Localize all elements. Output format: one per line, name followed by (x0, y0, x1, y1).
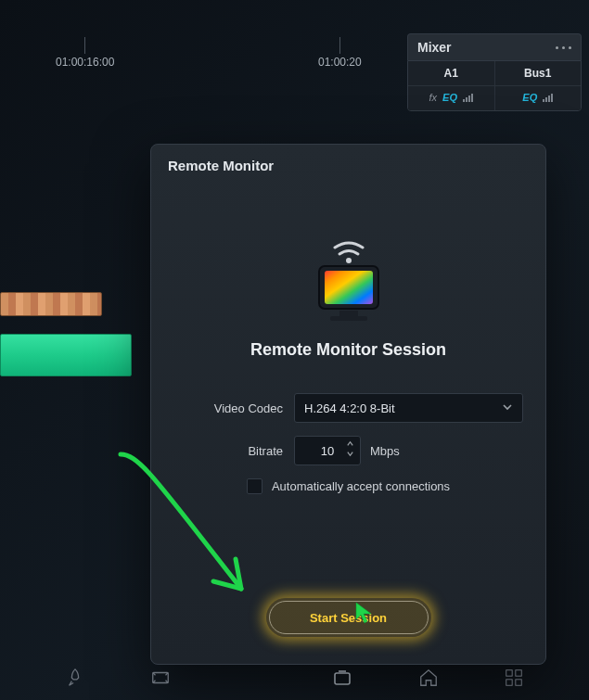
track-name: A1 (408, 67, 494, 86)
timeline-tick: 01:00:16:00 (56, 37, 114, 69)
svg-rect-6 (335, 673, 350, 684)
bitrate-stepper[interactable]: 10 (294, 436, 361, 465)
bitrate-label: Bitrate (173, 444, 283, 458)
remote-monitor-icon (302, 240, 395, 324)
remote-monitor-dialog: Remote Monitor (150, 144, 546, 665)
mixer-tracks: A1 fx EQ Bus1 EQ (407, 60, 582, 111)
dialog-title: Remote Monitor (151, 145, 545, 186)
svg-rect-7 (506, 670, 512, 676)
level-bars-icon (543, 93, 553, 102)
svg-rect-5 (153, 673, 169, 683)
svg-rect-10 (516, 680, 521, 685)
rocket-icon[interactable] (65, 668, 85, 688)
bitrate-value: 10 (321, 444, 334, 458)
codec-label: Video Codec (173, 401, 283, 415)
stepper-down-icon[interactable] (346, 450, 354, 458)
svg-rect-4 (330, 316, 367, 321)
auto-accept-label: Automatically accept connections (272, 479, 450, 493)
home-icon[interactable] (418, 668, 439, 688)
timeline-video-clip[interactable] (0, 292, 102, 316)
svg-rect-2 (325, 271, 373, 304)
timeline-tick: 01:00:20 (318, 37, 362, 69)
svg-rect-8 (516, 670, 521, 676)
eq-label[interactable]: EQ (442, 92, 457, 103)
grid-icon[interactable] (504, 668, 524, 688)
svg-rect-3 (339, 311, 358, 316)
mixer-track-bus1[interactable]: Bus1 EQ (495, 61, 582, 110)
fx-label: fx (429, 92, 438, 103)
auto-accept-checkbox[interactable] (247, 478, 262, 494)
level-bars-icon (463, 93, 473, 102)
bitrate-unit: Mbps (370, 444, 400, 458)
app-root: 01:00:16:00 01:00:20 Mixer A1 fx EQ Bus1 (0, 0, 589, 700)
eq-label[interactable]: EQ (522, 92, 537, 103)
timeline-audio-clip[interactable] (0, 334, 132, 376)
media-icon[interactable] (331, 667, 353, 689)
codec-value: H.264 4:2:0 8-Bit (304, 401, 395, 415)
mixer-panel: Mixer A1 fx EQ Bus1 EQ (407, 33, 582, 111)
mixer-track-a1[interactable]: A1 fx EQ (408, 61, 495, 110)
mixer-title: Mixer (417, 40, 452, 55)
svg-rect-9 (506, 680, 512, 685)
clip-icon[interactable] (150, 668, 171, 688)
track-name: Bus1 (495, 67, 582, 86)
timeline-ruler[interactable]: 01:00:16:00 01:00:20 (0, 37, 403, 74)
start-session-button[interactable]: Start Session (269, 601, 429, 634)
stepper-up-icon[interactable] (346, 439, 354, 448)
chevron-down-icon (502, 401, 513, 413)
svg-point-0 (346, 258, 352, 263)
session-heading: Remote Monitor Session (173, 340, 523, 360)
start-session-label: Start Session (310, 611, 387, 625)
codec-select[interactable]: H.264 4:2:0 8-Bit (294, 393, 523, 423)
mixer-options-icon[interactable] (556, 46, 571, 49)
mixer-header: Mixer (407, 33, 582, 60)
workspace-tabs (0, 659, 589, 696)
